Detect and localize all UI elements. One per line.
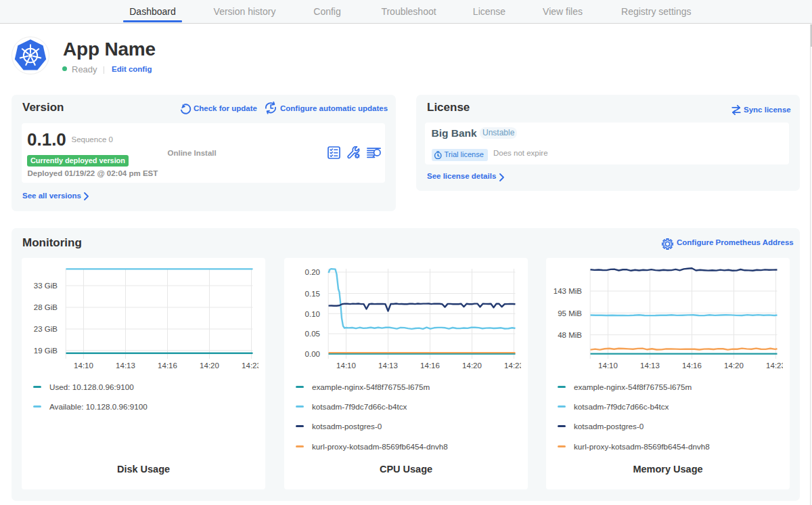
svg-text:48 MiB: 48 MiB	[558, 331, 582, 339]
svg-text:14:10: 14:10	[598, 361, 618, 370]
svg-text:19 GiB: 19 GiB	[34, 347, 58, 355]
svg-text:14:20: 14:20	[462, 361, 482, 370]
svg-text:14:16: 14:16	[420, 361, 440, 370]
svg-text:14:23: 14:23	[766, 361, 783, 370]
svg-text:0.10: 0.10	[305, 310, 320, 318]
svg-text:28 GiB: 28 GiB	[34, 303, 58, 311]
svg-text:14:16: 14:16	[682, 361, 702, 370]
svg-text:14:13: 14:13	[640, 361, 660, 370]
svg-text:14:10: 14:10	[336, 361, 356, 370]
svg-text:33 GiB: 33 GiB	[34, 282, 58, 290]
svg-text:23 GiB: 23 GiB	[34, 325, 58, 333]
svg-text:95 MiB: 95 MiB	[558, 309, 582, 317]
svg-text:14:23: 14:23	[242, 361, 258, 370]
svg-text:14:20: 14:20	[200, 361, 219, 370]
svg-text:14:13: 14:13	[116, 361, 135, 370]
svg-text:0.15: 0.15	[305, 290, 320, 298]
svg-text:0.00: 0.00	[305, 350, 320, 358]
svg-text:14:23: 14:23	[504, 361, 521, 370]
svg-text:14:10: 14:10	[74, 361, 93, 370]
svg-text:0.20: 0.20	[305, 268, 320, 276]
svg-text:14:16: 14:16	[158, 361, 177, 370]
svg-text:143 MiB: 143 MiB	[554, 287, 583, 295]
svg-text:14:20: 14:20	[724, 361, 744, 370]
svg-text:14:13: 14:13	[378, 361, 398, 370]
svg-text:0.05: 0.05	[305, 330, 320, 338]
